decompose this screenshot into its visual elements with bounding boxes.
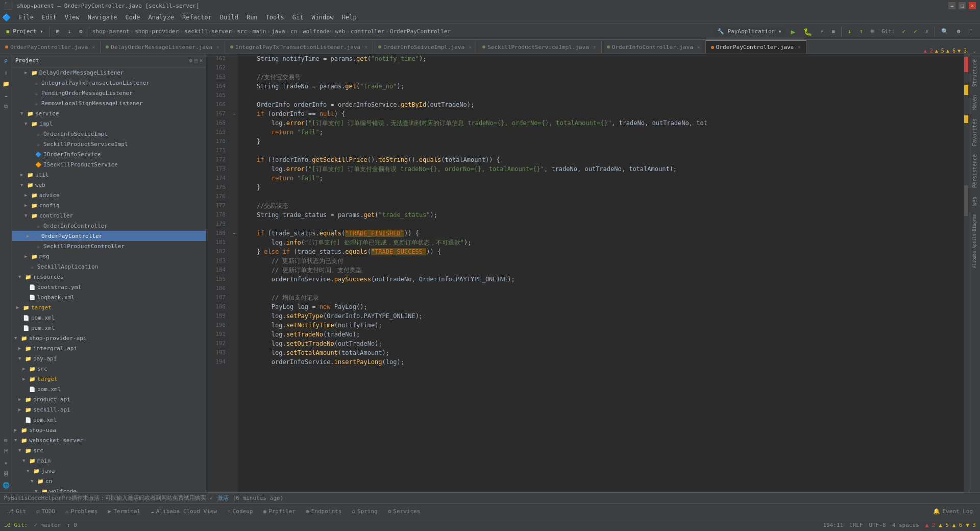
tree-item-impl[interactable]: ▼ 📁 impl bbox=[12, 118, 206, 129]
bc-java[interactable]: java bbox=[272, 28, 285, 35]
tree-item-ws-cn[interactable]: ▼ 📁 cn bbox=[12, 476, 206, 486]
tree-item-target[interactable]: ▶ 📁 target bbox=[12, 302, 206, 312]
status-position[interactable]: 194:11 bbox=[823, 522, 843, 528]
search-everywhere[interactable]: 🔍 bbox=[938, 27, 951, 36]
status-crlf[interactable]: CRLF bbox=[849, 522, 863, 528]
sidebar-explorer-icon[interactable]: 📁 bbox=[1, 79, 11, 89]
tree-item-pom2[interactable]: 📄 pom.xml bbox=[12, 323, 206, 333]
more-options[interactable]: ⋮ bbox=[965, 27, 977, 36]
sidebar-cloud-icon[interactable]: ☁ bbox=[1, 90, 11, 100]
sidebar-maven-icon[interactable]: M bbox=[1, 446, 11, 456]
bc-controller[interactable]: controller bbox=[351, 28, 384, 35]
tree-item-ws-java[interactable]: ▼ 📁 java bbox=[12, 466, 206, 476]
git-check2[interactable]: ✓ bbox=[911, 27, 920, 36]
bottom-tab-services[interactable]: ⚙ Services bbox=[383, 506, 426, 517]
tab-seckill-product[interactable]: SeckillProductServiceImpl.java × bbox=[477, 40, 602, 54]
tree-item-shop-uaa[interactable]: ▶ 📁 shop-uaa bbox=[12, 425, 206, 435]
tab-order-info-svc[interactable]: OrderInfoSeivceImpl.java × bbox=[373, 40, 477, 54]
tree-item-web[interactable]: ▼ 📁 web bbox=[12, 180, 206, 190]
status-branch[interactable]: ✓ master bbox=[34, 522, 61, 528]
bc-seckill-server[interactable]: seckill-server bbox=[184, 28, 232, 35]
tab-close-5[interactable]: × bbox=[593, 44, 596, 50]
sidebar-plugin-icon[interactable]: ⧉ bbox=[1, 101, 11, 111]
tree-item-controller[interactable]: ▼ 📁 controller bbox=[12, 210, 206, 221]
menu-view[interactable]: View bbox=[61, 13, 84, 22]
maximize-button[interactable]: □ bbox=[959, 2, 966, 9]
tree-item-logback[interactable]: 📄 logback.xml bbox=[12, 292, 206, 302]
menu-navigate[interactable]: Navigate bbox=[84, 13, 121, 22]
bc-wolfcode[interactable]: wolfcode bbox=[303, 28, 330, 35]
sidebar-persistence-icon[interactable]: 🗄 bbox=[1, 469, 11, 479]
status-indent[interactable]: 4 spaces bbox=[892, 522, 919, 528]
close-button[interactable]: × bbox=[969, 2, 976, 9]
sidebar-project-icon[interactable]: P bbox=[1, 56, 11, 66]
status-git[interactable]: ⎇ Git: bbox=[4, 522, 28, 528]
sidebar-web-icon[interactable]: 🌐 bbox=[1, 480, 11, 490]
project-selector[interactable]: ◼ Project ▾ bbox=[3, 27, 46, 36]
tree-item-ws-src[interactable]: ▼ 📁 src bbox=[12, 445, 206, 455]
menu-window[interactable]: Window bbox=[307, 13, 337, 22]
right-tab-web[interactable]: Web bbox=[971, 194, 978, 209]
structure-btn[interactable]: ⊞ bbox=[53, 27, 63, 36]
tree-item-websocket[interactable]: ▼ 📁 websocket-server bbox=[12, 435, 206, 445]
status-encoding[interactable]: UTF-8 bbox=[869, 522, 886, 528]
tree-item-orderpay-ctrl[interactable]: ▶ ☕ OrderPayController bbox=[12, 231, 206, 241]
sidebar-structure-icon[interactable]: ⊞ bbox=[1, 435, 11, 445]
tab-close-1[interactable]: × bbox=[92, 44, 95, 50]
commit-btn[interactable]: ↓ bbox=[64, 27, 74, 36]
right-tab-favorites[interactable]: Favorites bbox=[971, 115, 978, 149]
panel-hide-btn[interactable]: × bbox=[200, 58, 203, 63]
tree-item-seckill-impl[interactable]: ☕ SeckillProductServiceImpl bbox=[12, 139, 206, 149]
minimize-button[interactable]: – bbox=[948, 2, 955, 9]
bottom-tab-problems[interactable]: ⚠ Problems bbox=[60, 506, 103, 517]
settings-gear[interactable]: ⚙ bbox=[953, 27, 963, 36]
git-push[interactable]: ↑ bbox=[856, 27, 866, 36]
tree-item-iseckill[interactable]: 🔶 ISeckillProductService bbox=[12, 159, 206, 170]
bc-src[interactable]: src bbox=[237, 28, 247, 35]
code-content[interactable]: String notifyTime = params.get("notify_t… bbox=[238, 54, 964, 492]
tree-item-advice[interactable]: ▶ 📁 advice bbox=[12, 190, 206, 200]
bottom-tab-spring[interactable]: ⌂ Spring bbox=[347, 506, 382, 517]
tab-delay-order[interactable]: DelayOrderMessageListener.java × bbox=[101, 40, 225, 54]
notif-activate-link[interactable]: 激活 bbox=[217, 494, 229, 502]
git-x[interactable]: ✗ bbox=[922, 27, 932, 36]
panel-collapse-btn[interactable]: ⊟ bbox=[194, 58, 198, 63]
bottom-tab-profiler[interactable]: ◉ Profiler bbox=[258, 506, 301, 517]
git-check[interactable]: ✓ bbox=[899, 27, 909, 36]
tree-item-provider-api[interactable]: ▼ 📁 shop-provider-api bbox=[12, 333, 206, 343]
git-history[interactable]: ⊞ bbox=[868, 27, 877, 36]
tree-item-integral-api[interactable]: ▶ 📁 intergral-api bbox=[12, 343, 206, 353]
tab-close-3[interactable]: × bbox=[364, 44, 368, 50]
run-with-coverage[interactable]: ⚡ bbox=[817, 27, 827, 36]
git-update[interactable]: ↓ bbox=[845, 27, 854, 36]
tree-item-pay-target[interactable]: ▶ 📁 target bbox=[12, 374, 206, 384]
run-button[interactable]: ▶ bbox=[788, 27, 798, 37]
tree-item-pay-src[interactable]: ▶ 📁 src bbox=[12, 364, 206, 374]
menu-code[interactable]: Code bbox=[121, 13, 144, 22]
tab-close-4[interactable]: × bbox=[469, 44, 472, 50]
stop-button[interactable]: ◼ bbox=[829, 27, 839, 36]
bc-cn[interactable]: cn bbox=[290, 28, 297, 35]
bc-shop-provider[interactable]: shop-provider bbox=[135, 28, 179, 35]
bottom-tab-terminal[interactable]: ▶ Terminal bbox=[103, 506, 146, 517]
tree-item-remove[interactable]: ☕ RemoveLocalSignMessageListener bbox=[12, 98, 206, 108]
tree-item-pending[interactable]: ☕ PendingOrderMessageListener bbox=[12, 88, 206, 98]
tree-item-seckill-ctrl[interactable]: ☕ SeckillProductController bbox=[12, 241, 206, 251]
menu-git[interactable]: Git bbox=[288, 13, 308, 22]
bottom-tab-endpoints[interactable]: ⊕ Endpoints bbox=[301, 506, 347, 517]
tree-item-ws-main[interactable]: ▼ 📁 main bbox=[12, 455, 206, 466]
bottom-tab-git[interactable]: ⎇ Git bbox=[2, 506, 31, 517]
tab-order-pay-active[interactable]: OrderPayController.java × bbox=[706, 40, 806, 54]
tree-item-util[interactable]: ▶ 📁 util bbox=[12, 170, 206, 180]
menu-analyze[interactable]: Analyze bbox=[144, 13, 178, 22]
tree-item-resources[interactable]: ▼ 📁 resources bbox=[12, 272, 206, 282]
sidebar-commit-icon[interactable]: ↕ bbox=[1, 67, 11, 78]
menu-refactor[interactable]: Refactor bbox=[178, 13, 216, 22]
sidebar-favorites-icon[interactable]: ★ bbox=[1, 457, 11, 468]
tree-item-service[interactable]: ▼ 📁 service bbox=[12, 108, 206, 118]
bottom-tab-todo[interactable]: ☑ TODO bbox=[31, 506, 60, 517]
tab-close-2[interactable]: × bbox=[216, 44, 219, 50]
tree-item-order-impl[interactable]: ☕ OrderInfoSeviceImpl bbox=[12, 129, 206, 139]
tree-item-iorderinfo[interactable]: 🔷 IOrderInfoService bbox=[12, 149, 206, 159]
menu-file[interactable]: File bbox=[15, 13, 38, 22]
